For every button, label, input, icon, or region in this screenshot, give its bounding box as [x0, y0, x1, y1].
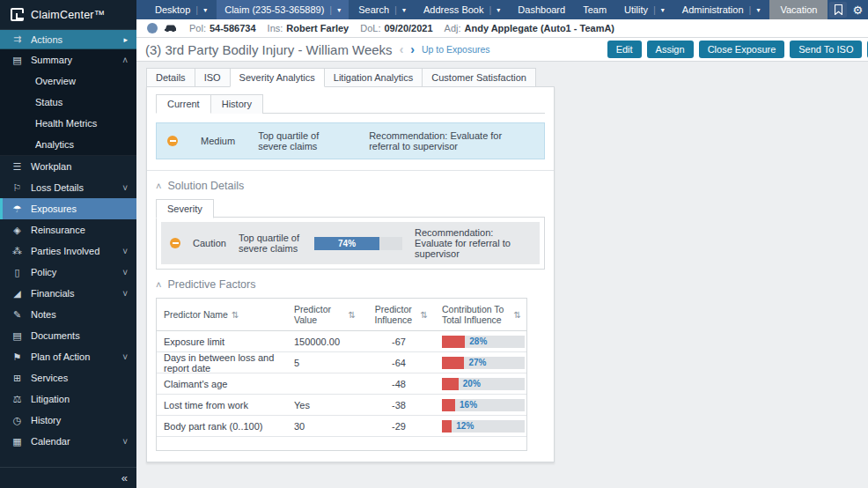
predictor-name: Exposure limit	[157, 336, 287, 347]
gear-icon[interactable]: ⚙	[852, 4, 863, 17]
predictor-name: Days in between loss and report date	[157, 352, 287, 373]
sidebar-item-label: Health Metrics	[35, 118, 128, 129]
history-icon: ◷	[11, 415, 24, 426]
column-header-predictor-influence[interactable]: Predictor Influence⇅	[363, 299, 435, 330]
send-to-iso-button[interactable]: Send To ISO	[790, 41, 862, 58]
nav-tab-claim[interactable]: Claim (235-53-365889)|▾	[217, 0, 349, 19]
contribution-percent: 27%	[468, 358, 486, 367]
chevron-up-icon: ˄	[156, 279, 161, 290]
sidebar-item-label: Plan of Action	[31, 351, 115, 362]
sidebar-item-exposures[interactable]: ☂ Exposures	[0, 198, 136, 219]
nav-tab-desktop[interactable]: Desktop|▾	[147, 0, 215, 19]
date-of-loss: DoL: 09/20/2021	[360, 23, 432, 33]
sidebar-item-label: Calendar	[31, 436, 115, 447]
sidebar-item-plan-of-action[interactable]: ⚑ Plan of Action ˅	[0, 346, 136, 367]
sidebar-item-label: Documents	[31, 330, 128, 341]
sidebar-item-overview[interactable]: Overview	[0, 70, 136, 92]
sidebar-item-label: Exposures	[31, 203, 128, 214]
sidebar: ClaimCenter™ ⇉ Actions ▸ ▤ Summary ˄ Ove…	[0, 0, 136, 488]
sidebar-item-financials[interactable]: ◢ Financials ˅	[0, 283, 136, 304]
financials-icon: ◢	[11, 288, 24, 299]
severity-analytics-panel: Current History Medium Top quartile of s…	[146, 86, 555, 462]
severity-subtabs: Current History	[156, 94, 545, 114]
sidebar-item-label: Notes	[31, 309, 128, 320]
predictor-value: 30	[287, 421, 363, 432]
sidebar-item-parties-involved[interactable]: ⁂ Parties Involved ˅	[0, 240, 136, 262]
column-header-contribution[interactable]: Contribution To Total Influence⇅	[435, 299, 528, 330]
solution-details-header[interactable]: ˄ Solution Details	[156, 180, 545, 192]
nav-tab-address-book[interactable]: Address Book|▾	[416, 0, 508, 19]
sidebar-item-label: Overview	[35, 76, 128, 86]
nav-tab-team[interactable]: Team	[575, 0, 614, 19]
sidebar-item-calendar[interactable]: ▦ Calendar ˅	[0, 431, 136, 452]
sort-icon[interactable]: ⇅	[232, 310, 239, 320]
sidebar-item-actions[interactable]: ⇉ Actions ▸	[0, 30, 136, 49]
previous-exposure-icon[interactable]: ‹	[400, 42, 404, 56]
nav-tab-search[interactable]: Search|▾	[350, 0, 414, 19]
subtab-history[interactable]: History	[210, 94, 263, 114]
chevron-down-icon: ˅	[122, 352, 128, 362]
predictor-name: Body part rank (0..100)	[157, 421, 287, 432]
table-row[interactable]: Days in between loss and report date 5 -…	[157, 352, 526, 373]
sidebar-item-documents[interactable]: ▤ Documents	[0, 325, 136, 346]
column-header-predictor-name[interactable]: Predictor Name⇅	[157, 299, 287, 330]
tab-severity[interactable]: Severity	[156, 199, 214, 218]
sidebar-item-loss-details[interactable]: ⚐ Loss Details ˅	[0, 177, 136, 198]
nav-tab-vacation[interactable]: Vacation	[769, 0, 828, 19]
sidebar-item-litigation[interactable]: ⚖ Litigation	[0, 388, 136, 410]
next-exposure-icon[interactable]: ›	[410, 42, 415, 56]
sort-icon[interactable]: ⇅	[514, 310, 521, 320]
plan-of-action-icon: ⚑	[11, 351, 24, 363]
subtab-current[interactable]: Current	[156, 94, 211, 114]
sidebar-item-health-metrics[interactable]: Health Metrics	[0, 113, 136, 134]
predictor-influence: -48	[363, 379, 435, 389]
table-row[interactable]: Body part rank (0..100) 30 -29 12%	[157, 416, 526, 437]
collapse-sidebar-icon[interactable]: «	[121, 471, 128, 484]
sidebar-item-status[interactable]: Status	[0, 92, 136, 113]
sidebar-item-label: Actions	[31, 34, 116, 45]
sidebar-item-policy[interactable]: ▯ Policy ˅	[0, 262, 136, 283]
tab-litigation-analytics[interactable]: Litigation Analytics	[324, 68, 423, 87]
tab-customer-satisfaction[interactable]: Customer Satisfaction	[422, 68, 536, 87]
sidebar-item-workplan[interactable]: ☰ Workplan	[0, 156, 136, 177]
sidebar-item-label: Parties Involved	[31, 246, 115, 256]
severity-level: Medium	[201, 136, 235, 146]
assign-button[interactable]: Assign	[647, 41, 694, 58]
notes-icon: ✎	[11, 309, 24, 321]
table-row[interactable]: Lost time from work Yes -38 16%	[157, 395, 526, 416]
table-row[interactable]: Exposure limit 150000.00 -67 28%	[157, 331, 526, 352]
nav-tab-dashboard[interactable]: Dashboard	[510, 0, 573, 19]
sidebar-item-history[interactable]: ◷ History	[0, 410, 136, 431]
sidebar-item-label: Loss Details	[31, 182, 115, 193]
sidebar-item-analytics[interactable]: Analytics	[0, 134, 136, 155]
chevron-down-icon: ˅	[122, 437, 128, 447]
page-title: (3) 3rd Party Bodily Injury - William We…	[145, 42, 393, 57]
sidebar-item-summary[interactable]: ▤ Summary ˄	[0, 49, 136, 70]
contribution-bar: 20%	[442, 378, 525, 390]
predictive-factors-header[interactable]: ˄ Predictive Factors	[156, 278, 545, 291]
sidebar-item-reinsurance[interactable]: ◈ Reinsurance	[0, 219, 136, 240]
sort-icon[interactable]: ⇅	[349, 310, 356, 320]
column-header-predictor-value[interactable]: Predictor Value⇅	[287, 299, 363, 330]
sidebar-item-label: Summary	[31, 55, 115, 65]
nav-tab-utility[interactable]: Utility|▾	[616, 0, 673, 19]
edit-button[interactable]: Edit	[607, 41, 642, 58]
up-to-exposures-link[interactable]: Up to Exposures	[422, 44, 490, 55]
tab-severity-analytics[interactable]: Severity Analytics	[230, 68, 325, 87]
sort-icon[interactable]: ⇅	[421, 310, 428, 320]
services-icon: ⊞	[11, 373, 24, 384]
tab-iso[interactable]: ISO	[195, 68, 231, 87]
close-exposure-button[interactable]: Close Exposure	[699, 41, 785, 58]
bookmark-icon[interactable]	[829, 2, 847, 18]
contribution-cell: 16%	[435, 399, 528, 411]
contribution-bar: 28%	[442, 336, 525, 348]
nav-tab-label: Utility	[624, 4, 648, 15]
sidebar-item-services[interactable]: ⊞ Services	[0, 367, 136, 388]
chevron-down-icon: ˅	[122, 183, 128, 193]
table-row[interactable]: Claimant's age -48 20%	[157, 373, 526, 395]
nav-tab-administration[interactable]: Administration|▾	[674, 0, 769, 19]
sidebar-item-notes[interactable]: ✎ Notes	[0, 304, 136, 325]
chevron-down-icon: ▾	[756, 6, 760, 14]
tab-details[interactable]: Details	[146, 68, 195, 87]
top-navigation: Desktop|▾ Claim (235-53-365889)|▾ Search…	[136, 0, 868, 19]
